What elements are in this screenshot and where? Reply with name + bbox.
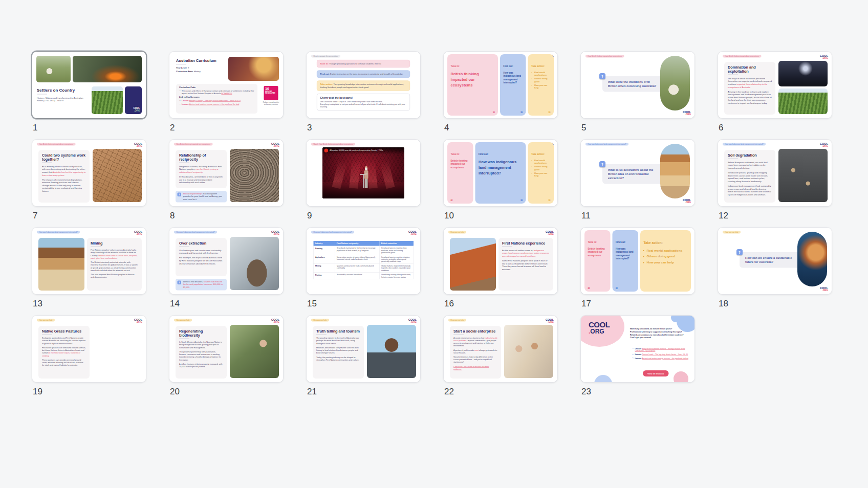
slide-number: 15 — [307, 299, 421, 309]
slide-header-pill: How you can help — [723, 231, 741, 234]
photo-uluru — [450, 238, 496, 291]
slide-14-over-extraction: How was Indigenous land management inter… — [169, 228, 283, 294]
slide-title: Could two systems work together? — [42, 153, 86, 162]
divider — [176, 64, 186, 64]
slide-thumbnail-17[interactable]: Tune in: British thinking impacted our e… — [580, 227, 695, 295]
slide-thumbnail-18[interactable]: How you can help ? How can we ensure a s… — [718, 227, 832, 295]
cool-org-logo: COOL.ORG — [271, 142, 279, 147]
outro-text: Want fully articulated, 55 minute lesson… — [630, 327, 690, 339]
video-title[interactable]: A forgotten 50,000 year old practice of … — [330, 149, 402, 151]
slide-thumbnail-12[interactable]: How was Indigenous land management inter… — [718, 139, 832, 207]
photo-terry-hunter-portrait — [367, 325, 416, 378]
question-mark-icon: ? — [736, 249, 743, 255]
question-mark-icon: ? — [599, 73, 605, 79]
slide-cell-12: How was Indigenous land management inter… — [718, 139, 832, 221]
slide-thumbnail-11[interactable]: How was Indigenous land management inter… — [580, 139, 695, 207]
slide-number: 12 — [719, 211, 832, 221]
forward-arrow-icon[interactable]: » — [548, 198, 551, 203]
table-row: Farming Grasslands maintained by fire bu… — [313, 246, 414, 255]
cool-lessons-link[interactable]: Check out Cool's suite of lessons for mo… — [453, 365, 489, 370]
slide-thumbnail-3[interactable]: How to navigate this presentation Tune i… — [306, 51, 421, 119]
slide-thumbnail-5[interactable]: How British thinking impacted our ecosys… — [580, 51, 695, 119]
slide-thumbnail-13[interactable]: How was Indigenous land management inter… — [32, 227, 146, 295]
view-all-lessons-button[interactable]: View all lessons — [643, 370, 669, 376]
slide-19-native-grass: How you can help COOL.ORG Native Grass P… — [32, 316, 146, 382]
question-bubble: ? What were the intentions of th British… — [602, 76, 663, 92]
slide-header-pill: How was Indigenous land management inter… — [311, 231, 354, 234]
slide-4-section-divider: COOL.ORG Tune in: British thinking impac… — [444, 52, 557, 118]
back-arrow-icon[interactable]: « — [450, 198, 453, 203]
slide-cell-3: How to navigate this presentation Tune i… — [306, 51, 421, 133]
slide-thumbnail-4[interactable]: COOL.ORG Tune in: British thinking impac… — [443, 51, 558, 119]
slide-number: 1 — [33, 123, 146, 133]
photo-crop-rows — [92, 86, 123, 114]
slide-thumbnail-21[interactable]: How you can help COOL.ORG Truth telling … — [306, 315, 421, 383]
slide-cell-23: COOL .ORG Want fully articulated, 55 min… — [580, 315, 695, 397]
cool-org-logo: COOL.ORG — [134, 230, 142, 235]
photo-eroded-creek — [38, 238, 84, 291]
lesson-link[interactable]: Ancient and modern energy sources – the … — [642, 357, 688, 359]
slide-1-title-slide: Settlers on Country History - Making and… — [32, 52, 146, 118]
forward-arrow-icon[interactable]: » — [548, 110, 551, 115]
slide-thumbnail-19[interactable]: How you can help COOL.ORG Native Grass P… — [32, 315, 146, 383]
cool-org-logo: COOL.ORG — [546, 230, 554, 235]
pink-circle-shape — [674, 371, 688, 383]
slide-thumbnail-22[interactable]: How you can help COOL.ORG Start a social… — [443, 315, 558, 383]
lesson-link[interactable]: Pasture Lands – The big story about clim… — [642, 353, 687, 356]
slide-thumbnail-23[interactable]: COOL .ORG Want fully articulated, 55 min… — [580, 315, 695, 383]
slide-header-pill: How you can help — [448, 319, 466, 322]
lesson-link[interactable]: Ancient and modern energy sources – the … — [189, 103, 239, 105]
channel-avatar[interactable] — [324, 149, 329, 153]
photo-cultural-burning — [73, 56, 142, 82]
find-out-column: Find out: How was Indigenous land manage… — [500, 54, 526, 116]
take-action-column: Take action: Real world applications Oth… — [640, 230, 691, 292]
lesson-link[interactable]: Story of the Rainforest frontiers – Noon… — [635, 348, 685, 352]
slide-15-comparison-table: How was Indigenous land management inter… — [307, 228, 420, 294]
slide-thumbnail-10[interactable]: COOL.ORG Tune in: British thinking impac… — [443, 139, 558, 207]
slide-thumbnail-8[interactable]: How British thinking impacted our ecosys… — [169, 139, 284, 207]
slide-number: 16 — [444, 299, 558, 309]
slide-title: Truth telling and tourism — [316, 329, 360, 334]
slide-title: Over extraction — [179, 241, 223, 246]
forward-arrow-icon[interactable]: » — [520, 110, 523, 115]
take-action-box: Take action: Turn growing knowledge into… — [317, 81, 410, 91]
back-arrow-icon[interactable]: « — [615, 286, 618, 291]
photo-eroded-gully — [660, 144, 690, 198]
slide-11-question: How was Indigenous land management inter… — [581, 140, 695, 206]
forward-arrow-icon[interactable]: » — [492, 110, 495, 115]
cool-org-logo-large: COOL .ORG — [589, 321, 610, 335]
forward-arrow-icon[interactable]: » — [520, 198, 523, 203]
photo-sheep — [660, 56, 690, 110]
slide-number: 11 — [581, 211, 695, 221]
slide-cell-2: Australian Curriculum Year Level: 9 Curr… — [169, 51, 284, 133]
youtube-player[interactable]: A forgotten 50,000 year old practice of … — [322, 147, 404, 198]
slide-thumbnail-20[interactable]: How you can help COOL.ORG Regenerating b… — [169, 315, 284, 383]
slide-thumbnail-2[interactable]: Australian Curriculum Year Level: 9 Curr… — [169, 51, 284, 119]
column-header: British extraction — [379, 241, 414, 246]
slide-thumbnail-1[interactable]: Settlers on Country History - Making and… — [32, 51, 146, 119]
slide-number: 10 — [444, 211, 558, 221]
slide-cell-20: How you can help COOL.ORG Regenerating b… — [169, 315, 284, 397]
slide-thumbnail-14[interactable]: How was Indigenous land management inter… — [169, 227, 284, 295]
slide-cell-13: How was Indigenous land management inter… — [32, 227, 146, 309]
slide-thumbnail-7[interactable]: How British thinking impacted our ecosys… — [32, 139, 146, 207]
cool-org-logo: COOL.ORG — [134, 142, 142, 147]
slide-thumbnail-9[interactable]: Watch: How British thinking impacted our… — [306, 139, 421, 207]
photo-lightning-storm — [778, 61, 828, 86]
slide-cell-15: How was Indigenous land management inter… — [306, 227, 421, 309]
curriculum-code-link[interactable]: AC9HH9K05 — [221, 92, 232, 95]
slide-3-navigation: How to navigate this presentation Tune i… — [307, 52, 420, 118]
slide-number: 23 — [581, 387, 695, 397]
slide-9-video: Watch: How British thinking impacted our… — [307, 140, 420, 206]
take-action-column: Take action: Real world applications Oth… — [528, 142, 554, 204]
slide-title: First Nations experience — [502, 241, 550, 246]
table-row: Agriculture Using native species of grai… — [313, 255, 414, 263]
slide-12-soil-degradation: How was Indigenous land management inter… — [718, 140, 832, 206]
slide-thumbnail-16[interactable]: How you can help COOL.ORG First Nations … — [443, 227, 558, 295]
back-arrow-icon[interactable]: « — [588, 286, 590, 291]
slide-thumbnail-15[interactable]: How was Indigenous land management inter… — [306, 227, 421, 295]
cool-org-logo: COOL.ORG — [134, 318, 142, 323]
slide-thumbnail-6[interactable]: How British thinking impacted our ecosys… — [718, 51, 832, 119]
lesson-link[interactable]: Healthy Country – The story of our lands… — [189, 99, 241, 102]
sdg-badge: 10 REDUCED INEQUALITIES Reduce inequalit… — [262, 86, 280, 105]
